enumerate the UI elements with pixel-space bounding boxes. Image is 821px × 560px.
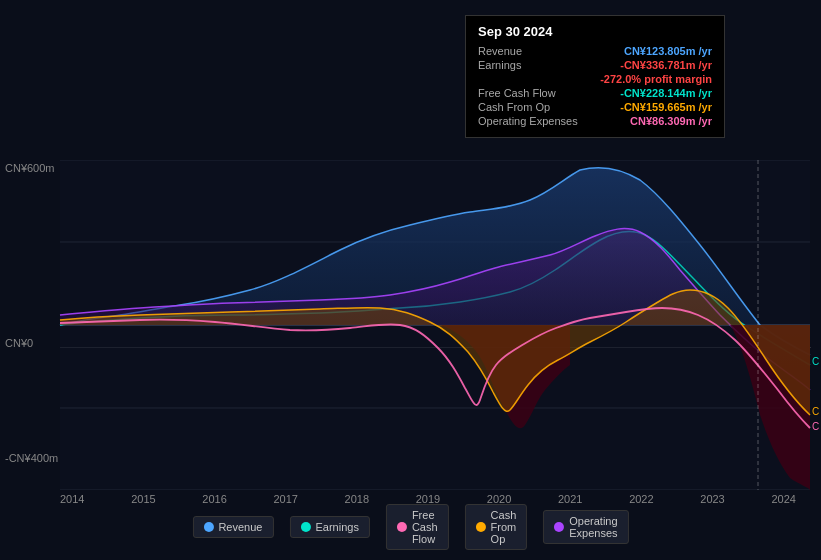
tooltip-opex-value: CN¥86.309m /yr <box>630 115 712 127</box>
tooltip-earnings-label: Earnings <box>478 59 588 71</box>
legend-item-opex[interactable]: Operating Expenses <box>543 510 628 544</box>
legend-item-revenue[interactable]: Revenue <box>192 516 273 538</box>
legend-dot-earnings <box>300 522 310 532</box>
tooltip-cfo-label: Cash From Op <box>478 101 588 113</box>
tooltip-revenue-value: CN¥123.805m /yr <box>624 45 712 57</box>
legend-item-fcf[interactable]: Free Cash Flow <box>386 504 449 550</box>
legend-label-cfo: Cash From Op <box>491 509 517 545</box>
svg-text:C: C <box>812 356 819 367</box>
tooltip-box: Sep 30 2024 Revenue CN¥123.805m /yr Earn… <box>465 15 725 138</box>
legend-dot-cfo <box>476 522 486 532</box>
tooltip-cfo-row: Cash From Op -CN¥159.665m /yr <box>478 101 712 113</box>
legend-label-opex: Operating Expenses <box>569 515 617 539</box>
x-label-2015: 2015 <box>131 493 155 505</box>
tooltip-profit-margin-value: -272.0% profit margin <box>600 73 712 85</box>
legend-label-fcf: Free Cash Flow <box>412 509 438 545</box>
chart-legend: Revenue Earnings Free Cash Flow Cash Fro… <box>192 504 628 550</box>
chart-svg: C C C <box>0 160 821 490</box>
tooltip-opex-row: Operating Expenses CN¥86.309m /yr <box>478 115 712 127</box>
x-label-2023: 2023 <box>700 493 724 505</box>
tooltip-earnings-row: Earnings -CN¥336.781m /yr <box>478 59 712 71</box>
x-label-2024: 2024 <box>771 493 795 505</box>
svg-text:C: C <box>812 421 819 432</box>
legend-dot-opex <box>554 522 564 532</box>
tooltip-fcf-label: Free Cash Flow <box>478 87 588 99</box>
tooltip-profit-margin-row: -272.0% profit margin <box>478 73 712 85</box>
tooltip-opex-label: Operating Expenses <box>478 115 588 127</box>
chart-container: Sep 30 2024 Revenue CN¥123.805m /yr Earn… <box>0 0 821 560</box>
svg-text:C: C <box>812 406 819 417</box>
legend-item-cfo[interactable]: Cash From Op <box>465 504 528 550</box>
tooltip-cfo-value: -CN¥159.665m /yr <box>620 101 712 113</box>
tooltip-revenue-row: Revenue CN¥123.805m /yr <box>478 45 712 57</box>
tooltip-revenue-label: Revenue <box>478 45 588 57</box>
legend-dot-revenue <box>203 522 213 532</box>
tooltip-title: Sep 30 2024 <box>478 24 712 39</box>
x-label-2014: 2014 <box>60 493 84 505</box>
tooltip-earnings-value: -CN¥336.781m /yr <box>620 59 712 71</box>
tooltip-fcf-value: -CN¥228.144m /yr <box>620 87 712 99</box>
legend-item-earnings[interactable]: Earnings <box>289 516 369 538</box>
legend-dot-fcf <box>397 522 407 532</box>
x-label-2022: 2022 <box>629 493 653 505</box>
tooltip-fcf-row: Free Cash Flow -CN¥228.144m /yr <box>478 87 712 99</box>
legend-label-revenue: Revenue <box>218 521 262 533</box>
legend-label-earnings: Earnings <box>315 521 358 533</box>
